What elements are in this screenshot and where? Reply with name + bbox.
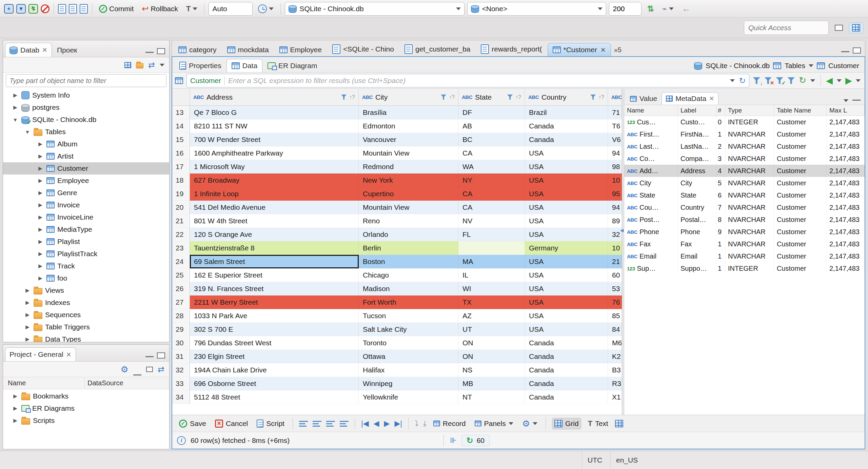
meta-cell-table[interactable]: Customer (774, 226, 827, 238)
meta-cell-name[interactable]: ABC City (624, 177, 678, 189)
refresh-menu-icon[interactable] (810, 79, 815, 82)
maximize-panel-icon[interactable] (157, 352, 165, 359)
expander-icon[interactable] (12, 393, 19, 399)
cell-postal[interactable]: 10 (608, 174, 622, 187)
row-number-cell[interactable]: 32 (172, 363, 190, 377)
cell-address[interactable]: 1 Infinite Loop (190, 187, 359, 201)
row-number-cell[interactable]: 22 (172, 228, 190, 241)
meta-cell-type[interactable]: NVARCHAR (725, 250, 774, 262)
meta-col-label[interactable]: Label (678, 105, 716, 116)
meta-cell-name[interactable]: ABC Fax (624, 238, 678, 250)
column-header-name[interactable]: Name (3, 379, 84, 387)
tree-item[interactable]: SQLite - Chinook.db (3, 114, 169, 126)
column-filter-icon[interactable] (341, 95, 347, 100)
row-number-cell[interactable]: 25 (172, 268, 190, 282)
meta-cell-max[interactable]: 2,147,483 (827, 250, 865, 262)
meta-cell-label[interactable]: Postal… (678, 213, 716, 226)
row-number-cell[interactable]: 26 (172, 282, 190, 295)
refresh-results-icon[interactable]: ↻ (799, 75, 806, 86)
cell-city[interactable]: Reno (359, 214, 458, 228)
tree-item[interactable]: MediaType (3, 223, 169, 236)
minimize-panel-icon[interactable] (852, 99, 861, 101)
row-number-cell[interactable]: 17 (172, 160, 190, 174)
cell-address[interactable]: 2211 W Berry Street (190, 295, 359, 309)
cell-state[interactable]: IL (458, 268, 525, 282)
cell-country[interactable]: USA (525, 295, 608, 309)
edit-row-copy-icon[interactable] (313, 420, 321, 427)
next-row-icon[interactable]: ▶ (384, 420, 390, 427)
metadata-row[interactable]: ABC Post… Postal… 8 NVARCHAR Customer 2,… (624, 213, 865, 226)
meta-cell-max[interactable]: 2,147,483 (827, 213, 865, 226)
cell-address[interactable]: Qe 7 Bloco G (190, 106, 359, 119)
expander-icon[interactable] (37, 141, 44, 147)
text-view-button[interactable]: T Text (586, 418, 610, 429)
cell-city[interactable]: Orlando (359, 228, 458, 241)
cell-country[interactable]: USA (525, 201, 608, 214)
meta-cell-ordinal[interactable]: 6 (716, 189, 725, 201)
cell-city[interactable]: Brasília (359, 106, 458, 119)
column-sort-icon[interactable]: ↑? (349, 94, 355, 100)
tab-properties[interactable]: Properties (174, 59, 226, 72)
cell-postal[interactable]: V6 (608, 133, 622, 146)
meta-cell-label[interactable]: Phone (678, 226, 716, 238)
tree-item[interactable]: Scripts (3, 414, 169, 427)
table-row[interactable]: 14 8210 111 ST NW Edmonton AB Canada T6 (172, 119, 622, 133)
table-row[interactable]: 13 Qe 7 Bloco G Brasília DF Brazil 71 (172, 106, 622, 119)
expander-icon[interactable] (37, 153, 44, 159)
tab-projects[interactable]: Проек (53, 43, 81, 57)
meta-cell-ordinal[interactable]: 1 (716, 262, 725, 274)
cell-postal[interactable]: 94 (608, 201, 622, 214)
sync-icon[interactable]: ⇄ (148, 60, 155, 70)
cell-country[interactable]: Canada (525, 390, 608, 404)
tab-metadata[interactable]: MetaData ✕ (662, 92, 718, 105)
connection-wizard-icon[interactable]: ▾ (16, 4, 26, 14)
cell-country[interactable]: Canada (525, 363, 608, 377)
cell-state[interactable]: FL (458, 228, 525, 241)
cell-city[interactable]: Yellowknife (359, 390, 458, 404)
cell-country[interactable]: USA (525, 160, 608, 174)
meta-cell-ordinal[interactable]: 8 (716, 213, 725, 226)
cell-postal[interactable]: 53 (608, 282, 622, 295)
edit-row-paste-icon[interactable] (340, 420, 349, 427)
tree-item[interactable]: Track (3, 260, 169, 272)
tree-item[interactable]: PlaylistTrack (3, 248, 169, 260)
row-number-cell[interactable]: 19 (172, 187, 190, 201)
close-icon[interactable]: ✕ (42, 46, 47, 54)
expander-icon[interactable] (37, 239, 44, 245)
meta-cell-label[interactable]: FirstNa… (678, 128, 716, 140)
cell-postal[interactable]: 10 (608, 241, 622, 255)
tree-item[interactable]: Bookmarks (3, 390, 169, 402)
meta-cell-label[interactable]: LastNa… (678, 140, 716, 152)
cell-postal[interactable]: 85 (608, 309, 622, 323)
script-button[interactable]: Script (255, 418, 287, 429)
meta-col-table[interactable]: Table Name (774, 105, 827, 116)
apply-filter-icon[interactable]: ↻ (739, 76, 746, 85)
cell-address[interactable]: 8210 111 ST NW (190, 119, 359, 133)
cell-city[interactable]: Edmonton (359, 119, 458, 133)
cell-country[interactable]: USA (525, 309, 608, 323)
metadata-row[interactable]: 123 Sup… Suppo… 1 INTEGER Customer 2,147… (624, 262, 865, 274)
table-row[interactable]: 32 194A Chain Lake Drive Halifax NS Cana… (172, 363, 622, 377)
cell-country[interactable]: USA (525, 146, 608, 160)
cell-city[interactable]: Boston (359, 255, 458, 268)
column-header-city[interactable]: ABC City ↑? (359, 89, 458, 105)
row-number-cell[interactable]: 34 (172, 390, 190, 404)
cell-state[interactable] (458, 241, 525, 255)
metadata-row[interactable]: ABC Phone Phone 9 NVARCHAR Customer 2,14… (624, 226, 865, 238)
expander-icon[interactable] (24, 129, 31, 135)
new-sql-editor-icon[interactable] (69, 4, 77, 14)
fetch-all-icon[interactable]: ⤓ (423, 420, 427, 427)
expander-icon[interactable] (37, 214, 44, 220)
meta-cell-label[interactable]: Suppo… (678, 262, 716, 274)
metadata-row[interactable]: ABC State State 6 NVARCHAR Customer 2,14… (624, 189, 865, 201)
meta-col-ordinal[interactable]: # (716, 105, 725, 116)
cell-city[interactable]: Mountain View (359, 146, 458, 160)
gear-icon[interactable]: ⚙ (121, 365, 129, 374)
meta-col-max[interactable]: Max L (827, 105, 865, 116)
meta-cell-table[interactable]: Customer (774, 128, 827, 140)
column-filter-icon[interactable] (590, 95, 596, 100)
tab-overflow-indicator[interactable]: »5 (611, 44, 624, 56)
expander-icon[interactable] (37, 190, 44, 196)
meta-cell-label[interactable]: Custo… (678, 116, 716, 128)
metadata-row[interactable]: ABC Email Email 1 NVARCHAR Customer 2,14… (624, 250, 865, 262)
